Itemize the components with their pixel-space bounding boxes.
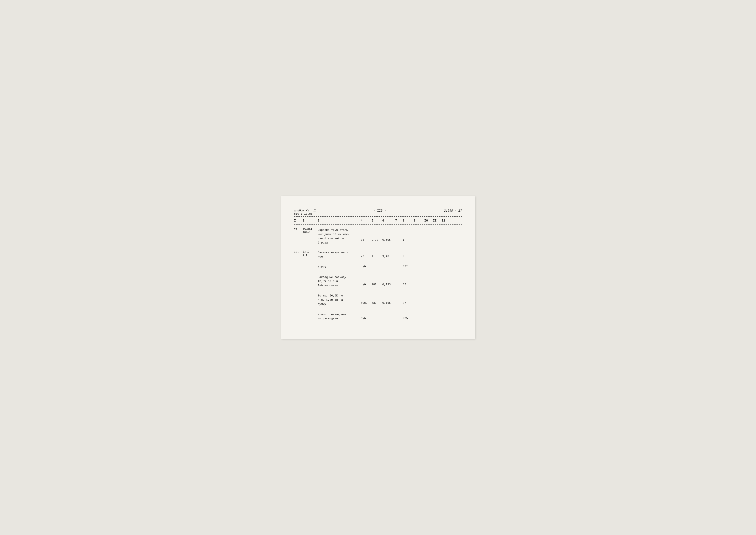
cell-row17-col1: I7. bbox=[294, 228, 303, 231]
cell-nakladnie-col6: 0,I33 bbox=[382, 283, 395, 286]
cell-row17-col3: Окраска труб сталь- ных диам.50 мм мас- … bbox=[318, 228, 361, 245]
col-header-1: I bbox=[294, 219, 303, 222]
cell-nakladnie-col8: 37 bbox=[403, 283, 414, 286]
col-header-2: 2 bbox=[303, 219, 318, 222]
cell-tozhe-col6: 0,I65 bbox=[382, 301, 395, 305]
cell-row17-col2: I5–6I4 I64–8 bbox=[303, 228, 318, 234]
col-header-6: 6 bbox=[382, 219, 395, 222]
cell-itogonak-col3: Итого с накладны- ми расходами bbox=[318, 312, 361, 321]
cell-tozhe-col3: То же, I6,5% по п.п. 1,IO–18 на сумму bbox=[318, 294, 361, 306]
document-page: альбом XV ч.I 810-1-13.86 - II5 - 21598 … bbox=[281, 196, 475, 339]
cell-nakladnie-col3: Накладные расходы I3,3% по п.п. 2–9 на с… bbox=[318, 275, 361, 288]
cell-row17-col8: I bbox=[403, 238, 414, 241]
album-number: 810-1-13.86 bbox=[294, 212, 316, 215]
col-header-3: 3 bbox=[318, 219, 361, 222]
top-dashed-separator bbox=[294, 216, 462, 217]
table-row: I7. I5–6I4 I64–8 Окраска труб сталь- ных… bbox=[294, 227, 462, 246]
col-header-11: II bbox=[433, 219, 442, 222]
cell-row17-col6: 0,605 bbox=[382, 238, 395, 241]
album-title: альбом XV ч.I bbox=[294, 209, 316, 212]
cell-tozhe-col5: 530 bbox=[372, 301, 382, 305]
cell-itogo-col8: 8II bbox=[403, 265, 414, 268]
cell-itogo-col4: руб. bbox=[361, 265, 372, 268]
cell-row17-col4: м3 bbox=[361, 238, 372, 241]
album-info: альбом XV ч.I 810-1-13.86 bbox=[294, 209, 316, 215]
col-header-10: IO bbox=[424, 219, 433, 222]
doc-number: 21598 - 17 bbox=[444, 209, 462, 212]
column-headers-row: I 2 3 4 5 6 7 8 9 IO II I2 bbox=[294, 218, 462, 223]
bottom-dashed-separator bbox=[294, 224, 462, 225]
cell-itogo-col3: Итого: bbox=[318, 265, 361, 269]
col-header-7: 7 bbox=[395, 219, 403, 222]
cell-itogonak-col8: 935 bbox=[403, 317, 414, 320]
table-row-itogo: Итого: руб. 8II bbox=[294, 264, 462, 270]
cell-row18-col2: 23–I I–I bbox=[303, 250, 318, 256]
cell-tozhe-col4: руб. bbox=[361, 301, 372, 305]
cell-row18-col8: 9 bbox=[403, 255, 414, 258]
cell-row18-col3: Засыпка пазух пес- ком bbox=[318, 250, 361, 259]
cell-row18-col6: 9,46 bbox=[382, 255, 395, 258]
col-header-5: 5 bbox=[372, 219, 382, 222]
col-header-9: 9 bbox=[414, 219, 424, 222]
cell-row18-col4: м3 bbox=[361, 255, 372, 258]
col-header-8: 8 bbox=[403, 219, 414, 222]
col-header-12: I2 bbox=[442, 219, 450, 222]
cell-tozhe-col8: 87 bbox=[403, 301, 414, 305]
table-row-itogo-nakladnie: Итого с накладны- ми расходами руб. 935 bbox=[294, 312, 462, 322]
header-area: альбом XV ч.I 810-1-13.86 - II5 - 21598 … bbox=[294, 209, 462, 215]
cell-row18-col5: I bbox=[372, 255, 382, 258]
cell-nakladnie-col4: руб. bbox=[361, 283, 372, 286]
table-row: I8. 23–I I–I Засыпка пазух пес- ком м3 I… bbox=[294, 249, 462, 260]
cell-itogonak-col4: руб. bbox=[361, 317, 372, 320]
page-number: - II5 - bbox=[374, 209, 386, 212]
col-header-4: 4 bbox=[361, 219, 372, 222]
cell-row17-col5: 0,78 bbox=[372, 238, 382, 241]
cell-row18-col1: I8. bbox=[294, 250, 303, 254]
data-table: I7. I5–6I4 I64–8 Окраска труб сталь- ных… bbox=[294, 227, 462, 322]
table-row-tozhe: То же, I6,5% по п.п. 1,IO–18 на сумму ру… bbox=[294, 293, 462, 307]
cell-nakladnie-col5: 28I bbox=[372, 283, 382, 286]
table-row-nakladnie: Накладные расходы I3,3% по п.п. 2–9 на с… bbox=[294, 274, 462, 289]
